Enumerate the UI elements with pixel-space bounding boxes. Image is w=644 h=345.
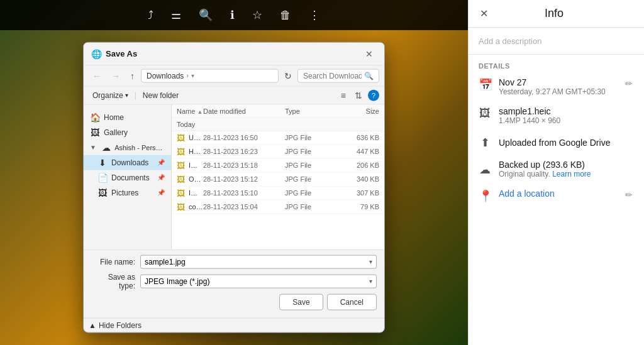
col-date-header[interactable]: Date modified [203, 107, 285, 114]
cancel-button[interactable]: Cancel [327, 293, 377, 310]
file-list-header: Name ▲ Date modified Type Size [172, 104, 384, 118]
file-icon: 🖼 [177, 188, 185, 197]
filename-dropdown-icon[interactable]: ▾ [369, 258, 372, 265]
sidebar-label-downloads: Downloads [111, 158, 148, 167]
file-name: Img2Go Gogole Drive Connector.jpg [189, 162, 203, 169]
savetype-label: Save as type: [91, 272, 135, 290]
file-date: 28-11-2023 15:18 [203, 162, 285, 169]
file-icon: 🖼 [177, 160, 185, 170]
info-panel: ✕ Info Add a description DETAILS 📅 Nov 2… [468, 0, 644, 345]
col-name-header[interactable]: Name ▲ [177, 107, 203, 114]
filename-field[interactable]: ▾ [140, 255, 377, 268]
table-row[interactable]: 🖼 Upload Photos from Google Drive to Goo… [172, 131, 384, 145]
pin-icon: 📌 [157, 159, 165, 166]
filename-input[interactable] [145, 257, 367, 266]
pictures-icon: 🖼 [97, 187, 108, 197]
upload-detail-row: ⬆ Uploaded from Google Drive [479, 135, 634, 150]
file-type: JPG File [285, 162, 335, 169]
table-row[interactable]: 🖼 HEIC Wallpaper.jpg 28-11-2023 16:23 JP… [172, 145, 384, 158]
image-content: sample1.heic 1.4MP 1440 × 960 [499, 106, 634, 125]
upload-content: Uploaded from Google Drive [499, 138, 634, 148]
sidebar-label-pictures: Pictures [111, 188, 138, 197]
organize-dropdown-icon: ▾ [125, 92, 128, 99]
file-type: JPG File [285, 148, 335, 155]
info-icon[interactable]: ℹ [230, 8, 235, 22]
upload-text: Uploaded from Google Drive [499, 138, 634, 148]
image-meta: 1.4MP 1440 × 960 [499, 116, 634, 125]
trash-icon[interactable]: 🗑 [280, 9, 291, 22]
sidebar-item-home[interactable]: 🏠 Home [84, 109, 171, 124]
info-description-area[interactable]: Add a description [469, 28, 644, 55]
organize-button[interactable]: Organize ▾ [89, 89, 132, 101]
save-button[interactable]: Save [279, 293, 323, 310]
file-size: 307 KB [335, 189, 379, 197]
hide-folders-label: Hide Folders [99, 320, 142, 329]
info-close-button[interactable]: ✕ [479, 6, 489, 21]
col-type-header[interactable]: Type [285, 107, 335, 114]
table-row[interactable]: 🖼 Img2Go Gogole Drive Connector.jpg 28-1… [172, 158, 384, 172]
date-main: Nov 27 [499, 77, 616, 87]
file-date: 28-11-2023 16:50 [203, 134, 285, 141]
search-bar[interactable]: 🔍 [297, 68, 379, 82]
help-button[interactable]: ? [368, 89, 379, 101]
hide-folders-button[interactable]: ▲ Hide Folders [84, 317, 384, 332]
file-icon: 🖼 [177, 174, 185, 183]
savetype-field[interactable]: JPEG Image (*.jpg) ▾ [140, 274, 377, 288]
share-icon[interactable]: ⤴ [148, 9, 153, 22]
image-name: sample1.heic [499, 106, 634, 116]
new-folder-button[interactable]: New folder [139, 89, 182, 101]
savetype-row: Save as type: JPEG Image (*.jpg) ▾ [91, 272, 377, 290]
details-label: DETAILS [479, 62, 634, 70]
address-bar[interactable]: Downloads › ▾ [141, 68, 279, 82]
learn-more-link[interactable]: Learn more [552, 170, 591, 178]
nav-up-button[interactable]: ↑ [126, 68, 138, 83]
table-row[interactable]: 🖼 Option Settings Image2Go.jpg 28-11-202… [172, 172, 384, 186]
sidebar-item-pictures[interactable]: 🖼 Pictures 📌 [84, 185, 171, 200]
file-date: 28-11-2023 15:04 [203, 203, 285, 211]
sort-button[interactable]: ⇅ [352, 88, 365, 102]
backup-detail-row: ☁ Backed up (293.6 KB) Original quality.… [479, 160, 634, 178]
date-edit-button[interactable]: ✏ [624, 77, 634, 90]
file-name: Upload Photos from Google Drive to Googl… [189, 134, 203, 141]
nav-back-button[interactable]: ← [89, 68, 105, 83]
more-icon[interactable]: ⋮ [309, 8, 320, 22]
dialog-buttons: Save Cancel [91, 293, 377, 310]
sidebar-item-documents[interactable]: 📄 Documents 📌 [84, 170, 171, 185]
sidebar-label-documents: Documents [111, 173, 150, 182]
calendar-icon: 📅 [479, 78, 491, 92]
sidebar-label-persona: Ashish - Persona [114, 143, 165, 151]
dialog-toolbar: Organize ▾ | New folder ≡ ⇅ ? [84, 86, 384, 104]
refresh-button[interactable]: ↻ [281, 68, 295, 83]
search-input[interactable] [303, 71, 362, 80]
nav-forward-button[interactable]: → [108, 68, 124, 83]
date-content: Nov 27 Yesterday, 9:27 AM GMT+05:30 [499, 77, 616, 96]
file-type: JPG File [285, 203, 335, 211]
table-row[interactable]: 🖼 convert-heic-to-jpg-cloudconvert.jpg 2… [172, 200, 384, 214]
description-placeholder: Add a description [479, 36, 541, 46]
location-detail-row[interactable]: 📍 Add a location ✏ [479, 189, 634, 203]
backup-content: Backed up (293.6 KB) Original quality. L… [499, 160, 634, 178]
upload-icon: ⬆ [479, 136, 491, 150]
equalizer-icon[interactable]: ⚌ [171, 8, 181, 22]
location-edit-button[interactable]: ✏ [624, 189, 634, 201]
sidebar-item-gallery[interactable]: 🖼 Gallery [84, 124, 171, 140]
dialog-close-button[interactable]: ✕ [362, 47, 377, 60]
info-title: Info [545, 7, 564, 20]
file-icon: 🖼 [177, 133, 185, 142]
dialog-nav-bar: ← → ↑ Downloads › ▾ ↻ 🔍 [84, 65, 384, 86]
backup-sub: Original quality. Learn more [499, 170, 634, 178]
savetype-dropdown-icon[interactable]: ▾ [369, 278, 372, 285]
zoom-icon[interactable]: 🔍 [199, 8, 213, 22]
add-location-text[interactable]: Add a location [499, 189, 616, 199]
savetype-value: JPEG Image (*.jpg) [145, 277, 367, 285]
col-size-header[interactable]: Size [335, 107, 379, 114]
file-list: 🖼 Upload Photos from Google Drive to Goo… [172, 131, 384, 214]
file-type: JPG File [285, 175, 335, 183]
table-row[interactable]: 🖼 Image2Go Google Drive Integration.jpg … [172, 186, 384, 200]
address-dropdown[interactable]: ▾ [191, 72, 194, 79]
sidebar-item-persona[interactable]: ▼ ☁ Ashish - Persona [84, 140, 171, 155]
sidebar-item-downloads[interactable]: ⬇ Downloads 📌 [84, 155, 171, 170]
view-button[interactable]: ≡ [338, 88, 349, 102]
star-icon[interactable]: ☆ [252, 8, 262, 22]
home-icon: 🏠 [90, 112, 100, 122]
